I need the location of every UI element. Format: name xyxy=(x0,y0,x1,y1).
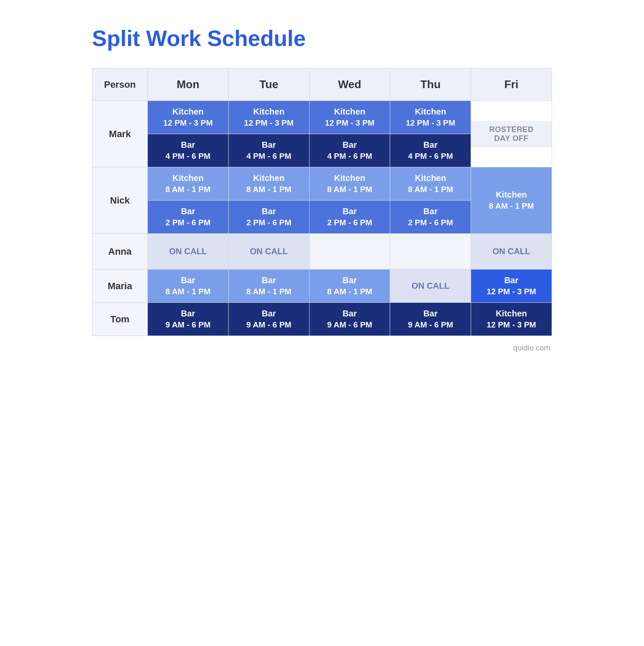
mark-wed-bot-inner: Bar 4 PM - 6 PM xyxy=(310,134,390,167)
mark-fri-rostered: ROSTEREDDAY OFF xyxy=(471,121,552,147)
nick-mon-bot-inner: Bar 2 PM - 6 PM xyxy=(148,201,228,233)
nick-wed-top-time: 8 AM - 1 PM xyxy=(327,185,372,194)
nick-thu-bot-label: Bar xyxy=(423,207,437,216)
page-title: Split Work Schedule xyxy=(92,26,552,51)
mark-thu-bot-label: Bar xyxy=(423,140,437,150)
nick-tue-bot-label: Bar xyxy=(262,207,276,216)
mark-thu-bot: Bar 4 PM - 6 PM xyxy=(390,134,471,167)
mark-mon-bot: Bar 4 PM - 6 PM xyxy=(148,134,228,167)
maria-fri-inner: Bar 12 PM - 3 PM xyxy=(471,270,552,302)
mark-thu-top-label: Kitchen xyxy=(415,107,446,117)
tom-wed: Bar 9 AM - 6 PM xyxy=(309,303,390,336)
nick-tue-top: Kitchen 8 AM - 1 PM xyxy=(229,167,309,201)
nick-tue-split: Kitchen 8 AM - 1 PM Bar 2 PM - 6 PM xyxy=(229,167,309,233)
mark-thu-top-inner: Kitchen 12 PM - 3 PM xyxy=(390,101,471,134)
mark-tue: Kitchen 12 PM - 3 PM Bar 4 PM - 6 PM xyxy=(228,101,309,167)
mark-thu: Kitchen 12 PM - 3 PM Bar 4 PM - 6 PM xyxy=(390,101,471,167)
mark-tue-top-inner: Kitchen 12 PM - 3 PM xyxy=(229,101,309,134)
person-nick: Nick xyxy=(92,167,148,234)
tom-fri: Kitchen 12 PM - 3 PM xyxy=(471,303,552,336)
maria-tue-time: 8 AM - 1 PM xyxy=(246,287,291,296)
mark-mon-split: Kitchen 12 PM - 3 PM Bar 4 PM - 6 PM xyxy=(148,101,228,167)
tom-mon-inner: Bar 9 AM - 6 PM xyxy=(148,303,228,336)
mark-wed-bot-time: 4 PM - 6 PM xyxy=(327,152,372,161)
mark-wed-top-inner: Kitchen 12 PM - 3 PM xyxy=(310,101,390,134)
tom-fri-inner: Kitchen 12 PM - 3 PM xyxy=(471,303,552,336)
nick-wed-bot: Bar 2 PM - 6 PM xyxy=(310,201,390,233)
page-wrapper: Split Work Schedule Person Mon Tue Wed T… xyxy=(92,17,552,353)
mark-thu-split: Kitchen 12 PM - 3 PM Bar 4 PM - 6 PM xyxy=(390,101,471,167)
mark-tue-split: Kitchen 12 PM - 3 PM Bar 4 PM - 6 PM xyxy=(229,101,309,167)
nick-mon-bot-label: Bar xyxy=(181,207,195,216)
maria-tue-label: Bar xyxy=(262,276,276,285)
nick-mon: Kitchen 8 AM - 1 PM Bar 2 PM - 6 PM xyxy=(148,167,229,234)
mark-tue-bot: Bar 4 PM - 6 PM xyxy=(229,134,309,167)
nick-wed-bot-inner: Bar 2 PM - 6 PM xyxy=(310,201,390,233)
mark-wed: Kitchen 12 PM - 3 PM Bar 4 PM - 6 PM xyxy=(309,101,390,167)
tom-thu-inner: Bar 9 AM - 6 PM xyxy=(390,303,471,336)
mark-tue-top-label: Kitchen xyxy=(253,107,285,117)
nick-tue: Kitchen 8 AM - 1 PM Bar 2 PM - 6 PM xyxy=(228,167,309,234)
maria-mon: Bar 8 AM - 1 PM xyxy=(148,270,229,303)
col-header-tue: Tue xyxy=(228,69,309,101)
tom-thu-label: Bar xyxy=(423,309,437,319)
person-tom: Tom xyxy=(92,303,148,336)
nick-tue-top-label: Kitchen xyxy=(253,173,285,183)
row-tom: Tom Bar 9 AM - 6 PM Bar 9 AM - 6 PM Ba xyxy=(92,303,552,336)
nick-mon-top-inner: Kitchen 8 AM - 1 PM xyxy=(148,167,228,200)
mark-tue-top: Kitchen 12 PM - 3 PM xyxy=(229,101,309,134)
mark-mon-top-time: 12 PM - 3 PM xyxy=(163,118,213,128)
maria-thu: ON CALL xyxy=(390,270,471,303)
row-maria: Maria Bar 8 AM - 1 PM Bar 8 AM - 1 PM xyxy=(92,270,552,303)
tom-wed-label: Bar xyxy=(342,309,356,319)
maria-wed-inner: Bar 8 AM - 1 PM xyxy=(310,270,390,302)
mark-mon-top: Kitchen 12 PM - 3 PM xyxy=(148,101,228,134)
header-row: Person Mon Tue Wed Thu Fri xyxy=(92,69,552,101)
mark-mon-top-label: Kitchen xyxy=(172,107,204,117)
anna-mon: ON CALL xyxy=(148,234,229,270)
nick-thu-top-label: Kitchen xyxy=(415,173,446,183)
mark-wed-bot-label: Bar xyxy=(342,140,356,150)
anna-thu xyxy=(390,234,471,270)
maria-fri-label: Bar xyxy=(504,276,518,285)
tom-tue-inner: Bar 9 AM - 6 PM xyxy=(229,303,309,336)
tom-mon-label: Bar xyxy=(181,309,195,319)
mark-thu-top: Kitchen 12 PM - 3 PM xyxy=(390,101,471,134)
mark-mon-bot-label: Bar xyxy=(181,140,195,150)
nick-thu-top-inner: Kitchen 8 AM - 1 PM xyxy=(390,167,471,200)
nick-fri-time: 8 AM - 1 PM xyxy=(489,201,534,211)
row-mark: Mark Kitchen 12 PM - 3 PM Bar xyxy=(92,101,552,167)
mark-wed-bot: Bar 4 PM - 6 PM xyxy=(310,134,390,167)
maria-mon-inner: Bar 8 AM - 1 PM xyxy=(148,270,228,302)
nick-wed-top: Kitchen 8 AM - 1 PM xyxy=(310,167,390,201)
mark-mon-bot-inner: Bar 4 PM - 6 PM xyxy=(148,134,228,167)
nick-wed: Kitchen 8 AM - 1 PM Bar 2 PM - 6 PM xyxy=(309,167,390,234)
nick-thu-split: Kitchen 8 AM - 1 PM Bar 2 PM - 6 PM xyxy=(390,167,471,233)
tom-thu: Bar 9 AM - 6 PM xyxy=(390,303,471,336)
anna-tue-oncall: ON CALL xyxy=(229,234,309,269)
maria-mon-time: 8 AM - 1 PM xyxy=(165,287,210,296)
mark-thu-bot-inner: Bar 4 PM - 6 PM xyxy=(390,134,471,167)
schedule-table: Person Mon Tue Wed Thu Fri Mark Kitchen xyxy=(92,68,552,336)
anna-fri-oncall: ON CALL xyxy=(471,234,552,269)
tom-tue-time: 9 AM - 6 PM xyxy=(246,320,291,330)
person-anna: Anna xyxy=(92,234,148,270)
nick-mon-top-time: 8 AM - 1 PM xyxy=(165,185,210,194)
person-mark: Mark xyxy=(92,101,148,167)
footer-credit: quidlo.com xyxy=(92,344,552,353)
nick-wed-bot-time: 2 PM - 6 PM xyxy=(327,218,372,227)
nick-mon-top: Kitchen 8 AM - 1 PM xyxy=(148,167,228,201)
col-header-fri: Fri xyxy=(471,69,552,101)
tom-mon-time: 9 AM - 6 PM xyxy=(165,320,210,330)
tom-fri-time: 12 PM - 3 PM xyxy=(487,320,536,330)
nick-wed-top-label: Kitchen xyxy=(334,173,365,183)
row-nick: Nick Kitchen 8 AM - 1 PM Bar xyxy=(92,167,552,234)
col-header-wed: Wed xyxy=(309,69,390,101)
mark-tue-bot-inner: Bar 4 PM - 6 PM xyxy=(229,134,309,167)
nick-fri-inner: Kitchen 8 AM - 1 PM xyxy=(471,184,552,217)
mark-tue-bot-time: 4 PM - 6 PM xyxy=(246,152,291,161)
anna-mon-oncall: ON CALL xyxy=(148,234,228,269)
nick-thu-bot-inner: Bar 2 PM - 6 PM xyxy=(390,201,471,233)
maria-mon-label: Bar xyxy=(181,276,195,285)
nick-thu: Kitchen 8 AM - 1 PM Bar 2 PM - 6 PM xyxy=(390,167,471,234)
